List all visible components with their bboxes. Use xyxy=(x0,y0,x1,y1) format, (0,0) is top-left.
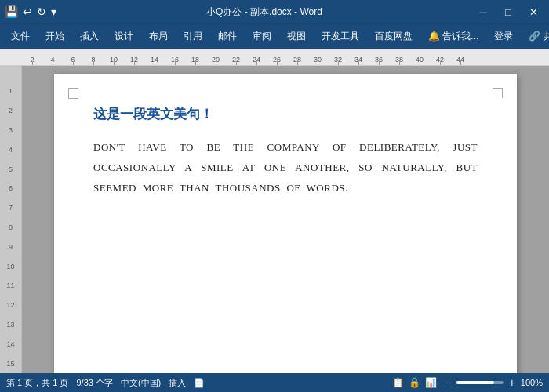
ruler-mark-42: 42 xyxy=(430,49,450,65)
status-left: 第 1 页，共 1 页 9/33 个字 中文(中国) 插入 📄 xyxy=(6,377,205,389)
ruler: 2 4 6 8 10 12 14 16 18 20 22 24 26 28 30… xyxy=(0,49,549,66)
page-num-5: 5 xyxy=(0,159,21,179)
insert-mode[interactable]: 插入 xyxy=(169,377,186,389)
close-button[interactable]: ✕ xyxy=(522,3,544,20)
menu-login[interactable]: 登录 xyxy=(486,27,521,46)
ruler-mark-22: 22 xyxy=(226,49,246,65)
zoom-slider-fill xyxy=(456,381,494,384)
page-num-13: 13 xyxy=(0,315,21,335)
page-num-4: 4 xyxy=(0,140,21,159)
ruler-mark-2: 2 xyxy=(22,49,42,65)
ruler-mark-12: 12 xyxy=(124,49,144,65)
window-title: 小Q办公 - 副本.docx - Word xyxy=(56,5,472,19)
title-bar: 💾 ↩ ↻ ▾ 小Q办公 - 副本.docx - Word ─ □ ✕ xyxy=(0,0,549,24)
more-icon[interactable]: ▾ xyxy=(51,5,56,18)
menu-review[interactable]: 审阅 xyxy=(245,27,279,46)
page-num-11: 11 xyxy=(0,276,21,296)
menu-layout[interactable]: 布局 xyxy=(141,27,176,46)
document-page[interactable]: 这是一段英文美句！ DON'T HAVE TO BE THE COMPANY O… xyxy=(54,74,517,373)
menu-mail[interactable]: 邮件 xyxy=(210,27,245,46)
menu-devtools[interactable]: 开发工具 xyxy=(314,27,367,46)
ruler-mark-16: 16 xyxy=(165,49,185,65)
page-info: 第 1 页，共 1 页 xyxy=(6,377,68,389)
status-icon1: 📄 xyxy=(194,378,205,388)
undo-icon[interactable]: ↩ xyxy=(23,5,32,18)
menu-insert[interactable]: 插入 xyxy=(72,27,107,46)
ruler-mark-34: 34 xyxy=(348,49,369,65)
menu-view[interactable]: 视图 xyxy=(279,27,314,46)
document-heading: 这是一段英文美句！ xyxy=(93,105,478,123)
ruler-mark-24: 24 xyxy=(246,49,267,65)
page-num-1: 1 xyxy=(0,82,21,101)
zoom-slider[interactable] xyxy=(456,381,504,384)
menu-design[interactable]: 设计 xyxy=(107,27,141,46)
page-num-12: 12 xyxy=(0,296,21,315)
word-count: 9/33 个字 xyxy=(76,377,112,389)
title-bar-left: 💾 ↩ ↻ ▾ xyxy=(5,5,56,18)
page-num-15: 15 xyxy=(0,354,21,373)
ruler-mark-26: 26 xyxy=(267,49,287,65)
menu-start[interactable]: 开始 xyxy=(38,27,72,46)
ruler-mark-28: 28 xyxy=(287,49,307,65)
left-sidebar: 1 2 3 4 5 6 7 8 9 10 11 12 13 14 15 xyxy=(0,66,22,373)
status-right: 📋 🔒 📊 − + 100% xyxy=(392,376,543,389)
page-num-14: 14 xyxy=(0,334,21,354)
menu-baidu[interactable]: 百度网盘 xyxy=(367,27,420,46)
ruler-numbers: 2 4 6 8 10 12 14 16 18 20 22 24 26 28 30… xyxy=(22,49,471,65)
ruler-mark-10: 10 xyxy=(104,49,124,65)
zoom-minus-button[interactable]: − xyxy=(442,376,454,389)
ruler-mark-40: 40 xyxy=(409,49,430,65)
document-area[interactable]: 这是一段英文美句！ DON'T HAVE TO BE THE COMPANY O… xyxy=(22,66,549,373)
ruler-mark-30: 30 xyxy=(307,49,328,65)
menu-share[interactable]: 🔗 共享 xyxy=(521,27,549,46)
redo-icon[interactable]: ↻ xyxy=(37,5,46,18)
menu-file[interactable]: 文件 xyxy=(3,27,38,46)
ruler-mark-20: 20 xyxy=(205,49,226,65)
page-num-7: 7 xyxy=(0,198,21,218)
save-icon[interactable]: 💾 xyxy=(5,5,18,18)
main-area: 1 2 3 4 5 6 7 8 9 10 11 12 13 14 15 这是一段… xyxy=(0,66,549,373)
document-body[interactable]: DON'T HAVE TO BE THE COMPANY OF DELIBERA… xyxy=(93,137,478,198)
status-icon4: 📊 xyxy=(425,377,437,388)
menu-help[interactable]: 🔔 告诉我... xyxy=(420,27,486,46)
page-num-10: 10 xyxy=(0,256,21,276)
zoom-controls: − + 100% xyxy=(442,376,543,389)
ruler-mark-6: 6 xyxy=(63,49,83,65)
menu-reference[interactable]: 引用 xyxy=(176,27,210,46)
menu-bar: 文件 开始 插入 设计 布局 引用 邮件 审阅 视图 开发工具 百度网盘 🔔 告… xyxy=(0,24,549,49)
page-num-3: 3 xyxy=(0,121,21,140)
zoom-percent: 100% xyxy=(521,378,543,387)
ruler-mark-14: 14 xyxy=(144,49,165,65)
ruler-mark-18: 18 xyxy=(185,49,205,65)
minimize-button[interactable]: ─ xyxy=(472,3,494,20)
page-num-6: 6 xyxy=(0,179,21,198)
status-icon2: 📋 xyxy=(392,377,404,388)
page-num-8: 8 xyxy=(0,218,21,238)
ruler-mark-36: 36 xyxy=(369,49,389,65)
language: 中文(中国) xyxy=(121,377,161,389)
ruler-mark-44: 44 xyxy=(450,49,471,65)
window-controls: ─ □ ✕ xyxy=(472,3,544,20)
page-num-9: 9 xyxy=(0,237,21,256)
maximize-button[interactable]: □ xyxy=(497,3,519,20)
status-bar: 第 1 页，共 1 页 9/33 个字 中文(中国) 插入 📄 📋 🔒 📊 − … xyxy=(0,373,549,392)
page-num-2: 2 xyxy=(0,101,21,121)
zoom-plus-button[interactable]: + xyxy=(506,376,518,389)
ruler-mark-38: 38 xyxy=(389,49,409,65)
ruler-mark-8: 8 xyxy=(83,49,104,65)
status-icon3: 🔒 xyxy=(409,377,420,388)
ruler-mark-4: 4 xyxy=(42,49,63,65)
ruler-mark-32: 32 xyxy=(328,49,348,65)
